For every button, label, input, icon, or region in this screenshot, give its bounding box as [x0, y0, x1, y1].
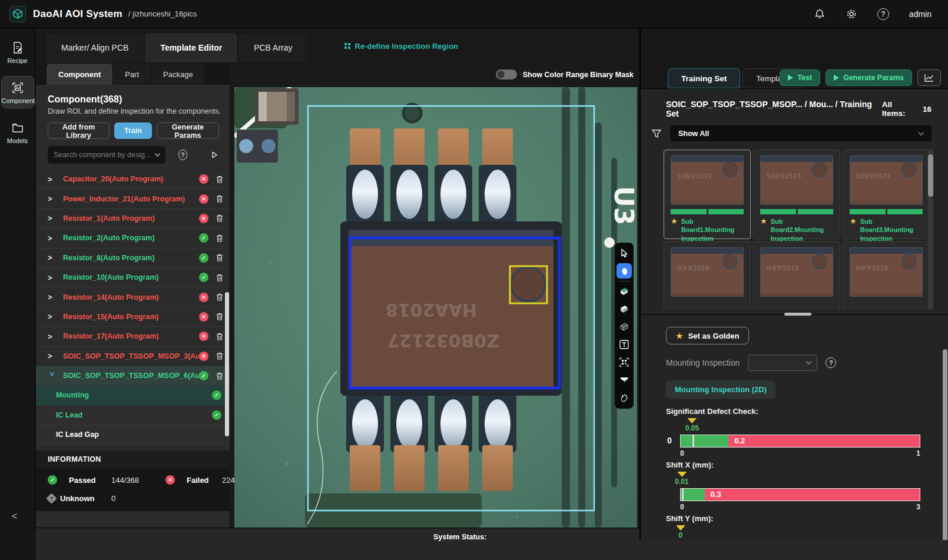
chevron-right-icon[interactable]: >: [48, 234, 56, 243]
tab-part[interactable]: Part: [113, 64, 151, 85]
chevron-right-icon[interactable]: >: [48, 194, 56, 203]
training-sample-card[interactable]: HAA2018: [664, 241, 751, 310]
threshold-marker[interactable]: 0.01: [675, 472, 688, 486]
chevron-right-icon[interactable]: >: [48, 214, 56, 223]
generate-params-button[interactable]: Generate Params: [157, 122, 219, 139]
fiducial-qr-tool-icon[interactable]: [616, 354, 632, 370]
help-icon[interactable]: ?: [826, 357, 836, 368]
daoai-aoi-app: DaoAI AOI System / jizhunceshi_16pics ? …: [0, 0, 948, 560]
component-row[interactable]: >Capacitor_20(Auto Program)✕: [36, 170, 230, 189]
component-list: >Capacitor_20(Auto Program)✕ >Power_Indu…: [36, 170, 230, 445]
defect-threshold-bar[interactable]: 0.2: [680, 435, 920, 448]
component-row[interactable]: >Resistor_8(Auto Program)✓: [36, 248, 230, 268]
chip-dark-tool-icon[interactable]: [616, 319, 632, 334]
chevron-right-icon[interactable]: >: [48, 352, 56, 360]
threshold-marker[interactable]: 0.05: [685, 418, 699, 432]
tab-package[interactable]: Package: [151, 64, 205, 85]
generate-params-button[interactable]: Generate Params: [826, 69, 912, 86]
top-bar: DaoAI AOI System / jizhunceshi_16pics ? …: [0, 0, 948, 28]
inspection-item-mounting[interactable]: Mounting✓: [36, 386, 230, 405]
shift-x-threshold-bar[interactable]: 0.3: [680, 488, 920, 501]
chevron-right-icon[interactable]: >: [48, 175, 56, 184]
add-from-library-button[interactable]: Add from Library: [48, 122, 110, 139]
sidebar-item-component[interactable]: Component: [1, 76, 34, 108]
cursor-select-tool-icon[interactable]: [616, 246, 632, 261]
status-passed-icon: ✓: [199, 273, 208, 282]
notifications-bell-icon[interactable]: [814, 8, 826, 20]
chevron-right-icon[interactable]: >: [48, 293, 56, 301]
statistics-chart-button[interactable]: [917, 69, 941, 86]
trash-icon[interactable]: [216, 194, 224, 203]
trash-icon[interactable]: [216, 214, 224, 223]
training-sample-card[interactable]: Z0B03212 ★ Sub Board2.Mounting Inspectio…: [753, 150, 840, 239]
trash-icon[interactable]: [216, 372, 224, 380]
inspection-item-ic-lead-gap[interactable]: IC Lead Gap: [36, 425, 230, 445]
tab-template-editor[interactable]: Template Editor: [144, 32, 238, 63]
training-sample-card[interactable]: HAA2018: [843, 241, 930, 310]
show-all-filter-select[interactable]: Show All: [670, 125, 932, 141]
test-button[interactable]: Test: [780, 69, 820, 86]
inspection-canvas[interactable]: Show Color Range Binary Mask: [230, 64, 639, 528]
tab-component[interactable]: Component: [47, 64, 113, 85]
text-tool-icon[interactable]: [616, 337, 632, 352]
search-component-select[interactable]: Search component by desig...: [48, 146, 165, 164]
training-sample-card[interactable]: Z0B03212 ★ Sub Board3.Mounting Inspectio…: [843, 150, 930, 239]
component-row[interactable]: >Resistor_15(Auto Program)✕: [36, 307, 230, 327]
tab-marker-align-pcb[interactable]: Marker/ Align PCB: [45, 32, 144, 63]
component-row[interactable]: >Resistor_14(Auto Program)✕: [36, 287, 230, 307]
chevron-right-icon[interactable]: >: [48, 332, 56, 341]
trash-icon[interactable]: [216, 273, 224, 282]
sidebar-item-recipe[interactable]: Recipe: [1, 37, 34, 68]
redefine-inspection-region-link[interactable]: Re-define Inspection Region: [344, 42, 459, 51]
information-header: INFORMATION: [36, 450, 230, 468]
component-row[interactable]: >Resistor_1(Auto Program)✕: [36, 209, 230, 228]
component-list-scrollbar[interactable]: [225, 292, 229, 436]
run-play-icon[interactable]: [211, 150, 218, 160]
trash-icon[interactable]: [216, 332, 224, 341]
ic-leads-tool-icon[interactable]: [616, 372, 632, 387]
passed-count: 144/368: [111, 476, 165, 485]
mounting-inspection-select[interactable]: [748, 354, 817, 371]
trash-icon[interactable]: [216, 234, 224, 243]
component-row[interactable]: >Power_Inductor_21(Auto Program)✕: [36, 189, 230, 208]
pan-hand-tool-icon[interactable]: [616, 263, 632, 279]
component-white-tool-icon[interactable]: [616, 301, 632, 317]
component-row[interactable]: >SOIC_SOP_TSOP_TSSOP_MSOP_3(Au...✕: [36, 347, 230, 366]
tab-mounting-inspection-2d[interactable]: Mounting Inspection (2D): [666, 380, 775, 399]
status-passed-icon: ✓: [212, 410, 221, 420]
trash-icon[interactable]: [216, 293, 224, 301]
panel-drag-handle[interactable]: [784, 313, 811, 316]
chevron-right-icon[interactable]: >: [48, 273, 56, 282]
trash-icon[interactable]: [216, 312, 224, 321]
chevron-expanded-icon[interactable]: >: [48, 372, 57, 380]
collapse-panel-chevron[interactable]: <: [12, 511, 17, 522]
help-icon[interactable]: ?: [178, 150, 187, 160]
sidebar-item-models[interactable]: Models: [1, 117, 34, 148]
user-menu[interactable]: admin: [909, 9, 932, 19]
color-range-mask-toggle[interactable]: [496, 69, 517, 79]
training-sample-card[interactable]: HAA2018: [753, 241, 840, 310]
train-button[interactable]: Train: [114, 122, 152, 139]
inspection-item-ic-lead[interactable]: IC Lead✓: [36, 406, 230, 425]
chevron-right-icon[interactable]: >: [48, 312, 56, 321]
component-row-expanded[interactable]: >SOIC_SOP_TSOP_TSSOP_MSOP_6(Au...✓: [36, 366, 230, 386]
help-icon[interactable]: ?: [877, 8, 889, 20]
pcb-image[interactable]: Z0B032127 HAA2018 U3: [234, 87, 637, 528]
set-as-golden-button[interactable]: ★ Set as Golden: [666, 327, 749, 344]
threshold-marker[interactable]: 0: [676, 525, 685, 539]
training-sample-card[interactable]: Z0B03212 ★ Sub Board1.Mounting Inspectio…: [664, 150, 751, 239]
trash-icon[interactable]: [216, 253, 224, 262]
chevron-right-icon[interactable]: >: [48, 253, 56, 262]
tab-training-set[interactable]: Training Set: [668, 68, 740, 88]
thumbnail-scrollbar[interactable]: [928, 154, 933, 197]
component-row[interactable]: >Resistor_2(Auto Program)✓: [36, 228, 230, 248]
component-row[interactable]: >Resistor_17(Auto Program)✕: [36, 327, 230, 346]
settings-gear-icon[interactable]: [846, 8, 857, 20]
component-green-tool-icon[interactable]: [616, 284, 632, 299]
trash-icon[interactable]: [216, 175, 224, 184]
tab-pcb-array[interactable]: PCB Array: [238, 32, 308, 63]
params-scrollbar[interactable]: [943, 349, 947, 540]
trash-icon[interactable]: [216, 352, 224, 360]
hand-draw-tool-icon[interactable]: [616, 390, 632, 405]
component-row[interactable]: >Resistor_10(Auto Program)✓: [36, 268, 230, 287]
